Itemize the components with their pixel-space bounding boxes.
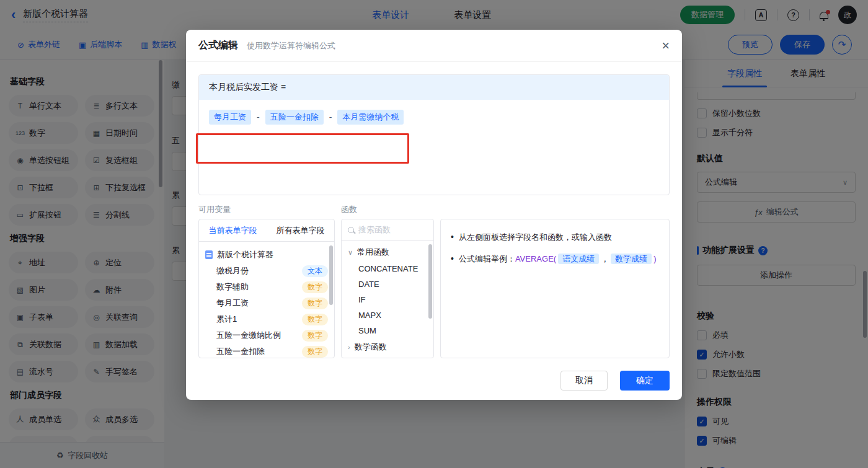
example-field-chip: 数学成绩	[611, 254, 652, 264]
formula-token[interactable]: 五险一金扣除	[265, 110, 324, 125]
close-icon[interactable]: ×	[662, 39, 670, 53]
variable-item[interactable]: 缴税月份文本	[199, 263, 334, 279]
minus-operator: -	[257, 112, 260, 122]
chevron-down-icon: ∨	[348, 249, 353, 257]
variables-panel: 当前表单字段 所有表单字段 新版个税计算器 缴税月份文本 数字辅助数字 每月工资…	[198, 219, 335, 358]
function-search-input[interactable]	[358, 225, 420, 234]
modal-middle-labels: 可用变量 函数	[198, 204, 670, 219]
formula-token[interactable]: 每月工资	[209, 110, 251, 125]
variables-tree: 新版个税计算器 缴税月份文本 数字辅助数字 每月工资数字 累计1数字 五险一金缴…	[199, 242, 334, 358]
formula-editor-box[interactable]: 本月税后实发工资 = 每月工资 - 五险一金扣除 - 本月需缴纳个税	[198, 74, 670, 195]
formula-editor-modal: 公式编辑 使用数学运算符编辑公式 × 本月税后实发工资 = 每月工资 - 五险一…	[186, 30, 682, 400]
help-panel: •从左侧面板选择字段名和函数，或输入函数 • 公式编辑举例：AVERAGE(语文…	[440, 219, 670, 358]
modal-footer: 取消 确定	[198, 371, 670, 391]
modal-title: 公式编辑	[198, 39, 238, 52]
form-doc-icon	[205, 250, 213, 259]
help-tip-1: •从左侧面板选择字段名和函数，或输入函数	[451, 231, 659, 244]
modal-body: 本月税后实发工资 = 每月工资 - 五险一金扣除 - 本月需缴纳个税 可用变量 …	[186, 62, 682, 403]
variable-item[interactable]: 数字辅助数字	[199, 279, 334, 295]
confirm-button[interactable]: 确定	[620, 371, 670, 391]
type-badge: 数字	[302, 281, 328, 293]
type-badge: 文本	[302, 265, 328, 277]
formula-expression: 每月工资 - 五险一金扣除 - 本月需缴纳个税	[199, 100, 669, 135]
type-badge: 数字	[302, 330, 328, 342]
tab-all-form-fields[interactable]: 所有表单字段	[267, 219, 334, 241]
variable-item[interactable]: 累计1数字	[199, 311, 334, 327]
form-designer-app: ‹ 新版个税计算器 表单设计 表单设置 数据管理 A ? 政 ⊘表单外链 ▣后端…	[0, 0, 868, 468]
functions-label: 函数	[341, 204, 434, 215]
function-group-math[interactable]: ›数学函数	[342, 338, 433, 356]
function-item[interactable]: DATE	[342, 276, 433, 292]
example-function-close: )	[653, 254, 656, 263]
variables-tabs: 当前表单字段 所有表单字段	[199, 219, 334, 242]
function-group-text[interactable]: ›文本函数	[342, 356, 433, 358]
formula-target: 本月税后实发工资 =	[199, 75, 669, 100]
variables-label: 可用变量	[198, 204, 335, 215]
type-badge: 数字	[302, 298, 328, 309]
help-tip-2: • 公式编辑举例：AVERAGE(语文成绩，数学成绩)	[451, 252, 659, 265]
function-group-common[interactable]: ∨常用函数	[342, 244, 433, 261]
formula-token[interactable]: 本月需缴纳个税	[337, 110, 404, 125]
example-field-chip: 语文成绩	[558, 254, 599, 264]
function-item[interactable]: MAPX	[342, 307, 433, 323]
chevron-right-icon: ›	[348, 343, 350, 351]
type-badge: 数字	[302, 346, 328, 358]
function-item[interactable]: SUM	[342, 323, 433, 338]
bullet-icon: •	[451, 252, 454, 265]
variable-item[interactable]: 五险一金缴纳比例数字	[199, 327, 334, 343]
function-item[interactable]: IF	[342, 292, 433, 307]
modal-middle-panels: 当前表单字段 所有表单字段 新版个税计算器 缴税月份文本 数字辅助数字 每月工资…	[198, 219, 670, 358]
minus-operator: -	[329, 112, 332, 122]
bullet-icon: •	[451, 231, 454, 244]
functions-tree: ∨常用函数 CONCATENATE DATE IF MAPX SUM ›数学函数…	[342, 241, 433, 358]
example-separator: ，	[601, 254, 609, 263]
form-root-node[interactable]: 新版个税计算器	[199, 247, 334, 263]
modal-header: 公式编辑 使用数学运算符编辑公式 ×	[186, 30, 682, 62]
function-search	[342, 219, 433, 241]
search-icon	[348, 227, 354, 233]
modal-subtitle: 使用数学运算符编辑公式	[247, 40, 335, 51]
functions-scrollbar[interactable]	[428, 244, 432, 319]
function-item[interactable]: CONCATENATE	[342, 261, 433, 276]
cancel-button[interactable]: 取消	[560, 371, 608, 391]
tab-current-form-fields[interactable]: 当前表单字段	[199, 219, 267, 241]
type-badge: 数字	[302, 314, 328, 325]
variable-item[interactable]: 每月工资数字	[199, 295, 334, 311]
example-function-open: AVERAGE(	[515, 254, 556, 263]
variables-scrollbar[interactable]	[329, 245, 333, 305]
example-prefix: 公式编辑举例：	[459, 254, 515, 263]
variable-item[interactable]: 五险一金扣除数字	[199, 343, 334, 358]
functions-panel: ∨常用函数 CONCATENATE DATE IF MAPX SUM ›数学函数…	[341, 219, 434, 358]
